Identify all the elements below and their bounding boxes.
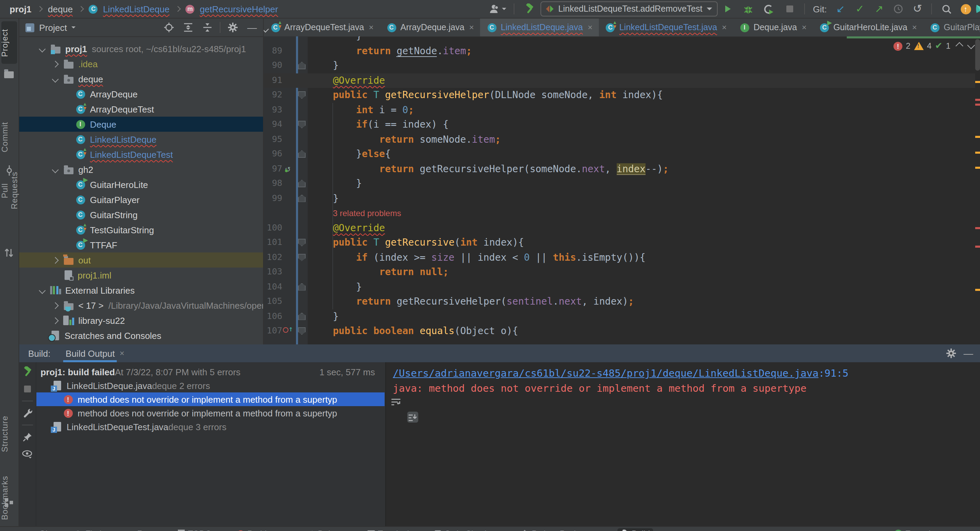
stop-build-icon[interactable]	[22, 384, 33, 395]
code-line-92[interactable]: 92public T getRecursiveHelper(DLLNode so…	[264, 88, 975, 103]
code-line-100[interactable]: 100@Override	[264, 220, 975, 235]
commit-icon[interactable]	[3, 165, 14, 176]
error-stripe-mark[interactable]	[975, 167, 980, 169]
code-line-107[interactable]: 107↑public boolean equals(Object o){	[264, 324, 975, 339]
tree-item-guitarplayer[interactable]: CGuitarPlayer	[19, 192, 263, 207]
tree-item-external-libraries[interactable]: External Libraries	[19, 283, 263, 298]
code-line-106[interactable]: 106}	[264, 309, 975, 324]
code-line-102[interactable]: 102if (index >= size || index < 0 || thi…	[264, 250, 975, 265]
chevron-right-icon[interactable]	[52, 302, 59, 309]
tree-item-gh2[interactable]: gh2	[19, 162, 263, 177]
fold-marker-icon[interactable]	[298, 150, 305, 158]
tree-item-deque[interactable]: deque	[19, 71, 263, 86]
git-commit-icon[interactable]: ✓	[854, 3, 865, 14]
statusbar-todo-button[interactable]: TODO	[173, 528, 215, 531]
structure-icon[interactable]	[3, 497, 14, 508]
chevron-right-icon[interactable]	[52, 317, 59, 324]
tree-item-arraydeque[interactable]: CArrayDeque	[19, 86, 263, 101]
build-tree-row[interactable]: !method does not override or implement a…	[37, 406, 385, 420]
expand-all-icon[interactable]	[183, 22, 194, 33]
fold-marker-icon[interactable]	[298, 312, 305, 320]
stop-button[interactable]	[784, 3, 795, 14]
stripe-tab-structure[interactable]: Structure	[0, 414, 19, 453]
search-everywhere-icon[interactable]	[941, 3, 952, 14]
fold-marker-icon[interactable]	[298, 195, 305, 202]
tree-item-ttfaf[interactable]: C▶TTFAF	[19, 237, 263, 252]
run-configuration-select[interactable]: LinkedListDequeTest.addRemoveTest	[541, 2, 718, 16]
build-tree-row[interactable]: JLinkedListDeque.java deque 2 errors	[37, 379, 385, 392]
collapse-all-icon[interactable]	[202, 22, 213, 33]
tab-linkedlistdequetest-java[interactable]: C▲▼LinkedListDequeTest.java×	[598, 19, 733, 36]
close-tab-icon[interactable]: ×	[587, 23, 592, 32]
error-stripe-mark[interactable]	[975, 81, 980, 83]
chevron-right-icon[interactable]	[52, 60, 59, 67]
fold-marker-icon[interactable]	[298, 91, 305, 99]
error-stripe-mark[interactable]	[975, 104, 980, 106]
tree-item-guitarherolite[interactable]: C▶GuitarHeroLite	[19, 177, 263, 192]
tree-item-guitarstring[interactable]: CGuitarString	[19, 207, 263, 222]
tab-build-output[interactable]: Build Output ×	[65, 344, 124, 362]
fold-marker-icon[interactable]	[298, 180, 305, 187]
build-tree-row[interactable]: JLinkedListDequeTest.java deque 3 errors	[37, 420, 385, 434]
scrollbar-thumb[interactable]	[975, 39, 980, 71]
close-tab-icon[interactable]: ×	[469, 23, 474, 32]
fold-marker-icon[interactable]	[298, 62, 305, 69]
build-tree-row[interactable]: proj1: build failed At 7/3/22, 8:07 PM w…	[37, 365, 385, 379]
scroll-to-end-icon[interactable]	[407, 412, 418, 423]
run-button[interactable]	[722, 3, 733, 14]
update-notification-icon[interactable]: ↑	[960, 3, 971, 14]
tree-item-linkedlistdequetest[interactable]: C▲▼LinkedListDequeTest	[19, 147, 263, 162]
settings-wrench-icon[interactable]	[22, 407, 33, 418]
chevron-down-icon[interactable]	[52, 76, 59, 82]
view-options-icon[interactable]	[22, 449, 33, 460]
locate-file-icon[interactable]	[164, 22, 175, 33]
statusbar-terminal-button[interactable]: >_Terminal	[363, 528, 412, 531]
git-push-icon[interactable]: ↗	[873, 3, 885, 14]
inspections-widget[interactable]: ! 2 ! 4 ✔ 1	[894, 40, 974, 51]
code-line-90[interactable]: 90}	[264, 58, 975, 73]
breadcrumb-item[interactable]: proj1	[10, 4, 32, 14]
hide-panel-icon[interactable]: —	[247, 22, 258, 33]
chevron-down-icon[interactable]	[52, 166, 59, 173]
fold-marker-icon[interactable]	[298, 121, 305, 128]
error-stripe-mark[interactable]	[975, 289, 980, 291]
build-project-icon[interactable]	[524, 3, 535, 14]
statusbar-git-button[interactable]: ⇅Git	[25, 528, 53, 531]
event-log-button[interactable]: ● Event Log	[891, 528, 946, 531]
tree-item-proj1[interactable]: proj1sources root, ~/cs61bl/su22-s485/pr…	[19, 41, 263, 56]
close-tab-icon[interactable]: ×	[802, 23, 807, 32]
code-line-99[interactable]: 99}	[264, 191, 975, 206]
chevron-right-icon[interactable]	[52, 257, 59, 263]
fold-marker-icon[interactable]	[298, 327, 305, 335]
build-tree-row[interactable]: !method does not override or implement a…	[37, 392, 385, 406]
code-line-98[interactable]: 98}	[264, 176, 975, 191]
tabs-overflow-icon[interactable]	[263, 24, 270, 35]
users-icon[interactable]	[489, 3, 500, 14]
close-tab-icon[interactable]: ×	[912, 23, 917, 32]
folder-icon[interactable]	[3, 68, 14, 79]
stripe-tab-project[interactable]: Project	[0, 24, 19, 62]
close-tab-icon[interactable]: ×	[369, 23, 374, 32]
error-stripe-mark[interactable]	[975, 152, 980, 154]
code-line-103[interactable]: 103return null;	[264, 265, 975, 280]
pull-requests-icon[interactable]	[3, 247, 14, 258]
users-caret-icon[interactable]	[502, 8, 506, 10]
code-line-93[interactable]: 93int i = 0;	[264, 103, 975, 117]
tab-guitarherolite-java[interactable]: C▶GuitarHeroLite.java×	[813, 19, 923, 36]
coverage-button[interactable]	[764, 3, 775, 14]
inlay-hint-line[interactable]: 3 related problems	[264, 206, 975, 220]
statusbar-problems-button[interactable]: !Problems	[233, 528, 285, 531]
tree-item-testguitarstring[interactable]: C▲▼TestGuitarString	[19, 222, 263, 237]
tree-item-scratches-and-consoles[interactable]: Scratches and Consoles	[19, 328, 263, 343]
fold-marker-icon[interactable]	[298, 239, 305, 246]
gear-icon[interactable]	[946, 348, 957, 359]
tab-deque-java[interactable]: IDeque.java×	[733, 19, 813, 36]
code-line-96[interactable]: 96}else{	[264, 147, 975, 162]
next-problem-icon[interactable]	[967, 41, 975, 49]
soft-wrap-icon[interactable]	[390, 396, 401, 407]
code-line-89[interactable]: 89return getNode.item;	[264, 44, 975, 58]
tree-item-out[interactable]: out	[19, 252, 263, 268]
tab-guitarplaye[interactable]: CGuitarPlaye	[923, 19, 980, 36]
tree-item-proj1-iml[interactable]: proj1.iml	[19, 268, 263, 283]
code-line-101[interactable]: 101public T getRecursive(int index){	[264, 235, 975, 250]
